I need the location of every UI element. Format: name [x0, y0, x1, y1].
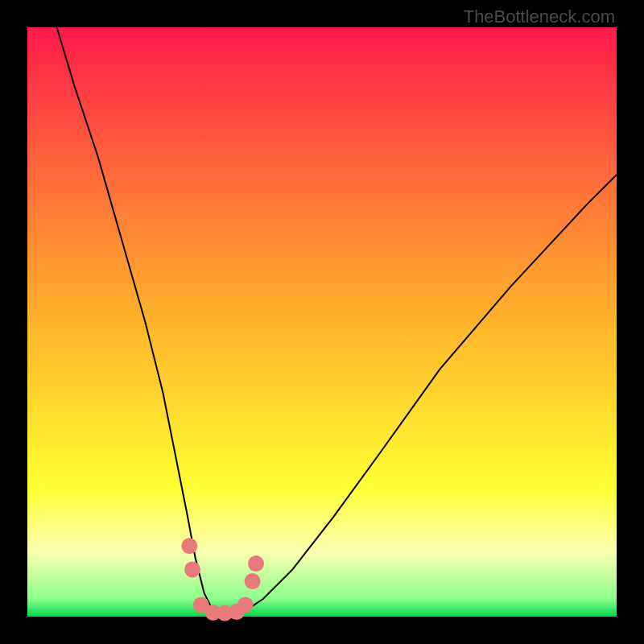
marker-point — [248, 555, 264, 572]
plot-area — [27, 27, 617, 617]
marker-group — [181, 538, 264, 621]
chart-frame: TheBottleneck.com — [0, 0, 644, 644]
marker-point — [237, 597, 254, 613]
marker-point — [245, 573, 261, 589]
chart-svg — [27, 27, 617, 617]
bottleneck-curve — [57, 27, 617, 613]
watermark-text: TheBottleneck.com — [464, 6, 615, 27]
marker-point — [181, 538, 197, 554]
marker-point — [184, 561, 200, 577]
